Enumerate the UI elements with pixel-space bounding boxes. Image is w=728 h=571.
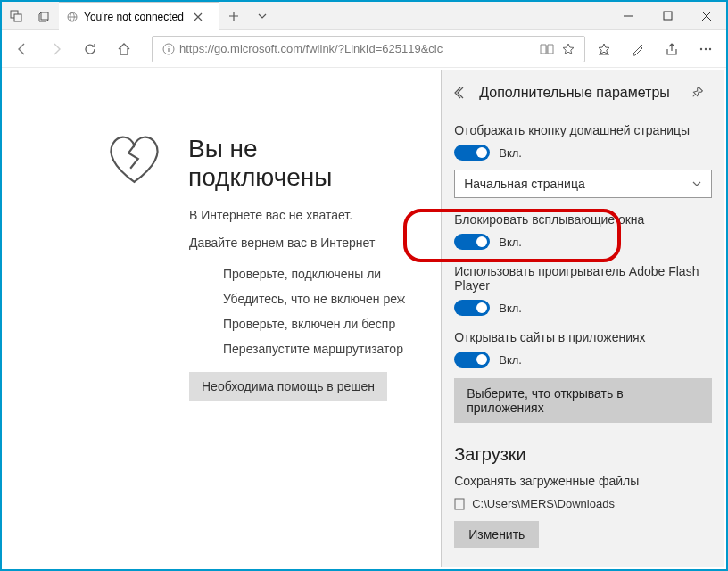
tab-title: You're not connected xyxy=(84,11,194,23)
info-icon[interactable] xyxy=(158,43,179,55)
error-subtitle: В Интернете вас не хватает. xyxy=(189,208,405,222)
svg-rect-1 xyxy=(14,14,21,21)
error-bullet: Убедитесь, что не включен реж xyxy=(223,292,405,306)
minimize-button[interactable] xyxy=(608,2,648,29)
choose-apps-button[interactable]: Выберите, что открывать в приложениях xyxy=(454,378,712,423)
more-menu-icon[interactable] xyxy=(691,34,721,64)
favorites-hub-icon[interactable] xyxy=(589,34,619,64)
svg-point-6 xyxy=(700,47,702,49)
favorite-star-icon[interactable] xyxy=(558,43,579,55)
forward-button xyxy=(41,34,71,64)
error-bullet: Перезапустите маршрутизатор xyxy=(223,342,405,356)
error-page: Вы не подключены В Интернете вас не хват… xyxy=(4,70,441,567)
new-tab-button[interactable] xyxy=(219,2,248,29)
notes-icon[interactable] xyxy=(623,34,653,64)
toggle-state: Вкл. xyxy=(499,146,522,160)
svg-rect-4 xyxy=(664,12,672,20)
downloads-section-title: Загрузки xyxy=(454,444,712,465)
folder-icon xyxy=(454,498,465,510)
toggle-state: Вкл. xyxy=(499,302,522,315)
maximize-button[interactable] xyxy=(648,2,687,29)
svg-rect-2 xyxy=(41,12,48,20)
dropdown-value: Начальная страница xyxy=(464,177,584,191)
error-title: Вы не подключены xyxy=(188,135,405,192)
svg-point-8 xyxy=(709,47,711,49)
chevron-down-icon xyxy=(691,178,702,189)
tab-overflow-icon[interactable] xyxy=(248,2,277,29)
panel-header: Дополнительные параметры xyxy=(454,77,712,109)
downloads-path: C:\Users\MERS\Downloads xyxy=(472,497,615,510)
toggle-popup-block[interactable] xyxy=(454,234,490,250)
svg-point-7 xyxy=(705,47,707,49)
window-titlebar: You're not connected xyxy=(2,2,726,30)
url-text: https://go.microsoft.com/fwlink/?LinkId=… xyxy=(179,42,536,55)
setting-label: Использовать проигрыватель Adobe Flash P… xyxy=(454,264,712,293)
downloads-path-row: C:\Users\MERS\Downloads xyxy=(454,497,712,510)
setting-popup-block: Блокировать всплывающие окна Вкл. xyxy=(454,212,712,250)
reading-view-icon[interactable] xyxy=(536,43,558,55)
setting-label: Блокировать всплывающие окна xyxy=(454,212,712,227)
globe-icon xyxy=(66,11,79,23)
error-body: Давайте вернем вас в Интернет xyxy=(189,235,405,252)
toggle-state: Вкл. xyxy=(499,353,522,367)
downloads-label: Сохранять загруженные файлы xyxy=(454,474,712,488)
setting-label: Открывать сайты в приложениях xyxy=(454,330,712,344)
settings-panel: Дополнительные параметры Отображать кноп… xyxy=(441,70,724,567)
content-area: Вы не подключены В Интернете вас не хват… xyxy=(4,70,724,567)
error-bullet-list: Проверьте, подключены ли Убедитесь, что … xyxy=(223,267,405,356)
share-icon[interactable] xyxy=(657,34,687,64)
close-tab-icon[interactable] xyxy=(194,12,211,21)
setting-flash: Использовать проигрыватель Adobe Flash P… xyxy=(454,264,712,316)
broken-heart-icon xyxy=(103,128,165,190)
pin-icon[interactable] xyxy=(691,87,712,99)
change-button[interactable]: Изменить xyxy=(454,521,539,548)
tabs-preview-icon[interactable] xyxy=(30,10,59,22)
help-button[interactable]: Необходима помощь в решен xyxy=(189,372,387,401)
toggle-flash[interactable] xyxy=(454,300,490,316)
error-bullet: Проверьте, включен ли беспр xyxy=(223,317,405,331)
setting-open-apps: Открывать сайты в приложениях Вкл. Выбер… xyxy=(454,330,712,423)
close-window-button[interactable] xyxy=(687,2,726,29)
home-button[interactable] xyxy=(109,34,139,64)
svg-rect-9 xyxy=(455,499,464,509)
toggle-open-apps[interactable] xyxy=(454,352,490,368)
setting-label: Отображать кнопку домашней страницы xyxy=(454,123,712,137)
back-button[interactable] xyxy=(7,34,37,64)
error-bullet: Проверьте, подключены ли xyxy=(223,267,405,281)
setting-home-button: Отображать кнопку домашней страницы Вкл.… xyxy=(454,123,712,198)
browser-tab[interactable]: You're not connected xyxy=(59,2,219,30)
toggle-home-button[interactable] xyxy=(454,145,490,161)
panel-back-icon[interactable] xyxy=(454,86,476,100)
tab-set-aside-icon[interactable] xyxy=(2,10,30,22)
start-page-dropdown[interactable]: Начальная страница xyxy=(454,170,712,198)
window-controls xyxy=(608,2,726,29)
titlebar-left xyxy=(2,2,59,29)
browser-toolbar: https://go.microsoft.com/fwlink/?LinkId=… xyxy=(2,30,726,68)
toggle-state: Вкл. xyxy=(499,236,522,249)
address-bar[interactable]: https://go.microsoft.com/fwlink/?LinkId=… xyxy=(152,36,585,62)
refresh-button[interactable] xyxy=(75,34,105,64)
panel-title: Дополнительные параметры xyxy=(476,85,691,101)
